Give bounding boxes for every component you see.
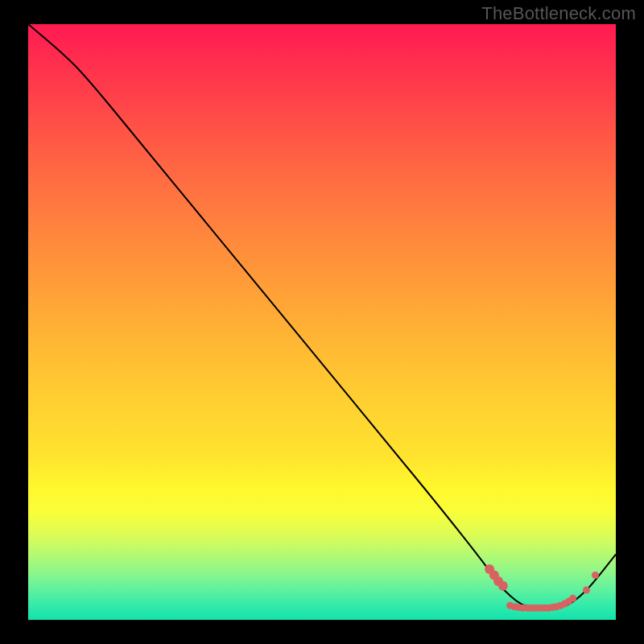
chart-frame: TheBottleneck.com xyxy=(0,0,644,644)
bottleneck-curve xyxy=(28,24,616,608)
data-dot xyxy=(592,572,599,579)
data-dot xyxy=(583,587,590,594)
chart-svg xyxy=(28,24,616,620)
plot-area xyxy=(28,24,616,620)
data-dots xyxy=(485,564,599,612)
data-dot xyxy=(569,595,576,602)
watermark-text: TheBottleneck.com xyxy=(481,3,636,24)
data-dot xyxy=(498,581,508,591)
